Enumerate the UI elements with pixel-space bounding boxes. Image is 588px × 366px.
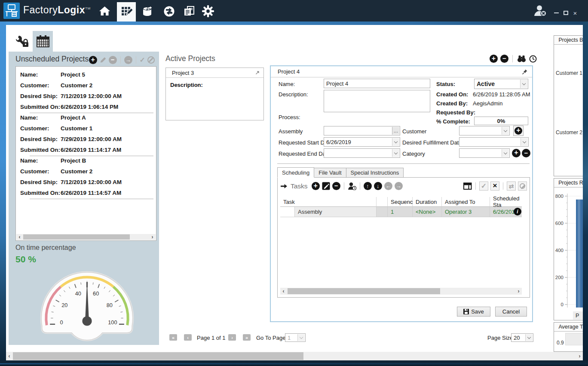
name-label: Name: (20, 112, 61, 123)
reorder-tasks-button[interactable]: ⇄ (507, 181, 516, 191)
accept-task-button[interactable]: ✓ (479, 181, 488, 191)
remove-task-button[interactable] (332, 182, 340, 190)
remove-active-project-button[interactable] (500, 55, 508, 63)
scroll-right-arrow[interactable]: › (149, 234, 156, 240)
save-button[interactable]: Save (457, 307, 490, 317)
next-page-button[interactable]: › (228, 334, 236, 341)
maximize-button[interactable] (562, 9, 569, 16)
cancel-button[interactable]: Cancel (495, 307, 527, 317)
scroll-right-arrow[interactable]: › (515, 288, 522, 295)
tab-special-instructions[interactable]: Special Instructions (346, 168, 404, 178)
task-cell[interactable]: Assembly (295, 207, 377, 217)
fulfillment-date-select[interactable] (459, 137, 529, 147)
add-active-project-button[interactable] (490, 55, 498, 63)
pin-icon[interactable] (522, 69, 528, 75)
scheduled-start-cell[interactable]: 6/26/2019 i (490, 207, 522, 217)
category-select[interactable] (459, 148, 510, 158)
scrollbar-thumb[interactable] (288, 288, 440, 294)
history-clock-icon[interactable] (529, 55, 537, 63)
production-planning-nav-icon[interactable] (117, 2, 136, 22)
list-horizontal-scrollbar[interactable]: ‹ › (16, 234, 156, 240)
tab-scheduling-calendar[interactable] (33, 31, 53, 52)
first-page-button[interactable]: « (169, 334, 177, 341)
last-page-button[interactable]: » (243, 334, 251, 341)
list-item[interactable]: Name:Project 5 Customer:Customer 2 Desir… (20, 69, 154, 113)
column-duration[interactable]: Duration (413, 197, 442, 207)
unscheduled-projects-list: Name:Project 5 Customer:Customer 2 Desir… (15, 66, 156, 241)
add-project-button[interactable] (89, 56, 97, 64)
description-textarea[interactable] (324, 90, 430, 112)
name-input[interactable] (324, 79, 430, 88)
list-item[interactable]: Name:Project B Customer:Customer 2 Desir… (20, 155, 154, 199)
assigned-to-cell[interactable]: Operator 3 (442, 207, 490, 217)
minimize-button[interactable] (553, 9, 560, 16)
add-customer-button[interactable] (513, 126, 524, 136)
move-project-button[interactable] (124, 56, 132, 64)
close-button[interactable]: × (572, 9, 579, 16)
settings-gear-icon[interactable] (201, 4, 215, 18)
scroll-left-arrow[interactable]: ‹ (6, 352, 12, 360)
tab-file-vault[interactable]: File Vault (314, 168, 346, 178)
column-assigned-to[interactable]: Assigned To (442, 197, 490, 207)
add-category-button[interactable] (512, 149, 521, 157)
project-card[interactable]: Project 3 Description: (165, 68, 264, 120)
blank-cell[interactable] (377, 207, 388, 217)
documents-nav-icon[interactable] (182, 4, 196, 18)
sequence-cell[interactable]: 1 (388, 207, 413, 217)
row-expander-cell[interactable] (280, 207, 295, 217)
column-task[interactable]: Task (280, 197, 377, 207)
remove-project-button[interactable] (109, 56, 117, 64)
search-binoculars-icon[interactable] (517, 55, 527, 62)
detail-header: Project 4 (271, 66, 532, 77)
edit-project-button[interactable] (99, 56, 107, 64)
schedule-grid-button[interactable] (463, 182, 472, 190)
svg-text:600: 600 (555, 221, 564, 226)
tab-scheduling[interactable]: Scheduling (277, 167, 314, 178)
move-task-left-button[interactable] (384, 182, 392, 190)
ship-label: Desired Ship: (20, 91, 61, 101)
remove-category-button[interactable] (522, 149, 530, 157)
average-ytick-label: 0.9 (557, 340, 564, 346)
info-icon[interactable]: i (514, 208, 521, 215)
edit-task-button[interactable] (322, 182, 330, 190)
accept-project-icon[interactable]: ✓ (140, 56, 145, 64)
logout-user-icon[interactable] (533, 4, 548, 19)
move-task-right-button[interactable] (395, 182, 403, 190)
tab-production-tools[interactable] (12, 31, 32, 52)
scroll-left-arrow[interactable]: ‹ (280, 288, 287, 295)
duration-cell[interactable]: <None> (413, 207, 442, 217)
list-item[interactable]: Name:Project A Customer:Customer 1 Desir… (20, 112, 154, 156)
assembly-browse-button[interactable]: … (392, 127, 399, 135)
goto-page-select[interactable]: 1 (285, 333, 306, 342)
cancel-task-button[interactable]: × (490, 181, 499, 191)
move-task-up-button[interactable] (364, 182, 372, 190)
scrollbar-thumb[interactable] (23, 234, 130, 240)
scrollbar-thumb[interactable] (13, 352, 303, 360)
sync-nav-icon[interactable] (162, 4, 176, 18)
customer-select[interactable] (459, 126, 510, 135)
scroll-right-arrow[interactable]: › (576, 352, 583, 360)
materials-nav-icon[interactable] (140, 4, 154, 18)
status-select[interactable]: Active (474, 79, 528, 89)
block-task-button[interactable] (518, 181, 527, 191)
project-card-header[interactable]: Project 3 (166, 68, 263, 78)
page-horizontal-scrollbar[interactable]: ‹ › (6, 352, 583, 360)
table-row[interactable]: Assembly 1 <None> Operator 3 6/26/2019 i (280, 207, 522, 217)
popout-icon[interactable] (254, 70, 260, 76)
assign-operator-button[interactable] (348, 182, 356, 190)
scroll-left-arrow[interactable]: ‹ (16, 234, 23, 240)
column-blank[interactable] (377, 197, 388, 207)
decline-project-icon[interactable] (147, 56, 155, 64)
move-task-down-button[interactable] (374, 182, 382, 190)
requested-start-date-select[interactable]: 6/26/2019 (324, 137, 400, 147)
column-sequence[interactable]: Sequence (388, 197, 413, 207)
assembly-input[interactable]: … (324, 126, 400, 135)
page-size-select[interactable]: 20 (511, 333, 533, 342)
add-task-button[interactable] (312, 182, 320, 190)
column-scheduled-start[interactable]: Scheduled Sta (490, 197, 522, 207)
tasks-horizontal-scrollbar[interactable]: ‹ › (280, 288, 522, 295)
home-nav-icon[interactable] (98, 4, 111, 18)
requested-end-date-select[interactable] (324, 148, 400, 158)
divider (277, 163, 530, 164)
previous-page-button[interactable]: ‹ (184, 334, 192, 341)
